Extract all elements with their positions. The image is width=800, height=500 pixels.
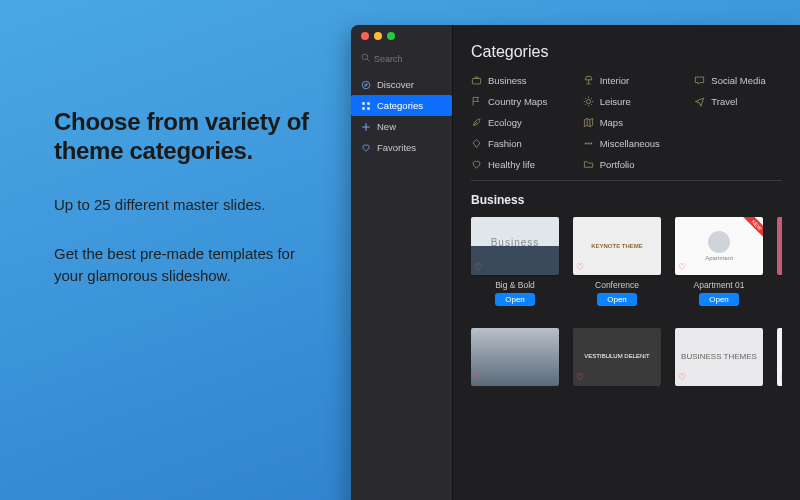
category-item-travel[interactable]: Travel [694,94,782,109]
sidebar-item-favorites[interactable]: Favorites [351,137,452,158]
svg-rect-3 [362,102,365,105]
template-card[interactable]: ♡Big & BoldOpen [471,217,559,306]
template-name: Big & Bold [495,280,535,290]
category-item-healthy-life[interactable]: Healthy life [471,157,559,172]
open-button[interactable]: Open [699,293,739,306]
template-thumbnail: ♡ [471,328,559,386]
template-card[interactable]: ♡ [471,328,559,386]
template-thumbnail: ♡ [573,217,661,275]
fullscreen-icon[interactable] [387,32,395,40]
category-item-social-media[interactable]: Social Media [694,73,782,88]
svg-rect-5 [362,107,365,110]
svg-rect-6 [367,107,370,110]
category-label: Fashion [488,138,522,149]
template-name: Apartment 01 [693,280,744,290]
search-field[interactable] [351,49,452,68]
divider [471,180,782,181]
category-item-business[interactable]: Business [471,73,559,88]
minimize-icon[interactable] [374,32,382,40]
plane-icon [694,96,705,107]
template-card[interactable]: SWONEW♡ [777,217,782,306]
category-item-interior[interactable]: Interior [583,73,671,88]
category-label: Ecology [488,117,522,128]
category-item-miscellaneous[interactable]: Miscellaneous [583,136,671,151]
sidebar-item-label: Discover [377,79,414,90]
sidebar: DiscoverCategoriesNewFavorites [351,25,453,500]
grid-icon [361,101,371,111]
svg-point-11 [584,142,586,144]
svg-point-10 [586,99,590,103]
page-title: Categories [471,43,782,61]
svg-point-13 [590,142,592,144]
open-button[interactable]: Open [495,293,535,306]
template-thumbnail: NEW♡ [777,328,782,386]
category-label: Interior [600,75,630,86]
template-card[interactable]: NEW♡ [777,328,782,386]
heart-icon[interactable]: ♡ [780,262,782,272]
category-item-country-maps[interactable]: Country Maps [471,94,559,109]
category-label: Portfolio [600,159,635,170]
leaf-icon [471,117,482,128]
section-title: Business [471,193,782,207]
category-label: Healthy life [488,159,535,170]
map-icon [583,117,594,128]
main-panel: Categories BusinessInteriorSocial MediaC… [453,25,800,500]
sidebar-item-label: New [377,121,396,132]
template-card[interactable]: VESTIBULUM DELENIT♡ [573,328,661,386]
template-thumbnail: ♡ [471,217,559,275]
template-name: Conference [595,280,639,290]
diamond-icon [471,138,482,149]
template-thumbnail: ApartmentNEW♡ [675,217,763,275]
heart-icon[interactable]: ♡ [474,373,482,383]
heart-icon[interactable]: ♡ [678,262,686,272]
template-thumbnail: VESTIBULUM DELENIT♡ [573,328,661,386]
category-label: Maps [600,117,623,128]
category-item-fashion[interactable]: Fashion [471,136,559,151]
template-thumbnail: SWONEW♡ [777,217,782,275]
category-label: Miscellaneous [600,138,660,149]
sidebar-item-categories[interactable]: Categories [351,95,452,116]
heart-icon[interactable]: ♡ [576,262,584,272]
svg-rect-4 [367,102,370,105]
marketing-copy: Choose from variety of theme categories.… [54,108,314,287]
category-item-maps[interactable]: Maps [583,115,671,130]
app-window: DiscoverCategoriesNewFavorites Categorie… [351,25,800,500]
sidebar-item-label: Categories [377,100,423,111]
briefcase-icon [471,75,482,86]
open-button[interactable]: Open [597,293,637,306]
heart-icon[interactable]: ♡ [678,372,686,383]
close-icon[interactable] [361,32,369,40]
marketing-sub-1: Up to 25 different master slides. [54,194,314,216]
category-label: Leisure [600,96,631,107]
search-icon [361,53,370,64]
plus-icon [361,122,371,132]
template-card[interactable]: ♡ConferenceOpen [573,217,661,306]
category-label: Business [488,75,527,86]
svg-point-12 [587,142,589,144]
sidebar-item-new[interactable]: New [351,116,452,137]
sidebar-item-discover[interactable]: Discover [351,74,452,95]
svg-point-0 [362,54,368,60]
heart-icon[interactable]: ♡ [576,372,584,383]
marketing-headline: Choose from variety of theme categories. [54,108,314,166]
template-card[interactable]: BUSINESS THEMES♡ [675,328,763,386]
marketing-sub-2: Get the best pre-made templates for your… [54,243,314,287]
category-item-ecology[interactable]: Ecology [471,115,559,130]
template-thumbnail: BUSINESS THEMES♡ [675,328,763,386]
heart-icon [361,143,371,153]
heart-icon[interactable]: ♡ [474,262,482,272]
category-label: Social Media [711,75,765,86]
category-item-leisure[interactable]: Leisure [583,94,671,109]
dots-icon [583,138,594,149]
svg-line-1 [367,59,369,61]
category-item-portfolio[interactable]: Portfolio [583,157,671,172]
chat-icon [694,75,705,86]
svg-rect-9 [472,78,480,84]
svg-point-2 [362,81,370,89]
heart-icon[interactable]: ♡ [780,373,782,383]
badge: NEW [740,217,763,242]
sidebar-item-label: Favorites [377,142,416,153]
heart-icon [471,159,482,170]
template-card[interactable]: ApartmentNEW♡Apartment 01Open [675,217,763,306]
category-label: Travel [711,96,737,107]
